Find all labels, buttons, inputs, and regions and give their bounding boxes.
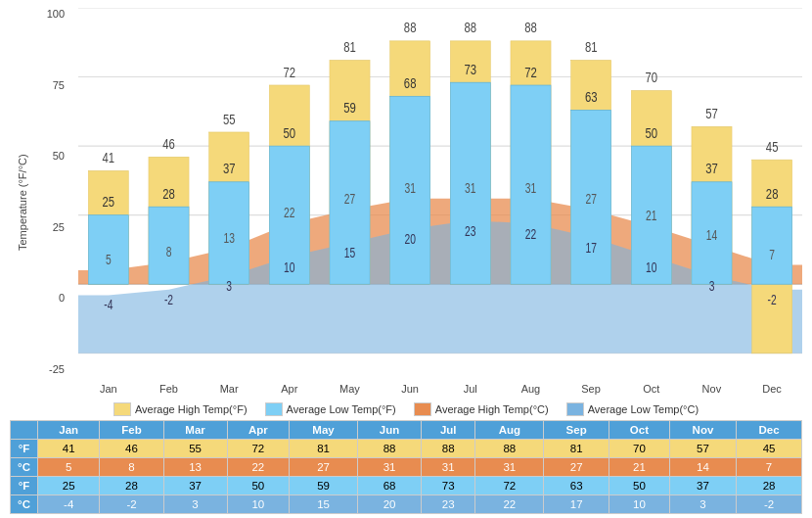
- legend-high-c: Average High Temp(°C): [414, 402, 549, 416]
- legend-box-low-f: [265, 402, 283, 416]
- table-row-high-c: °C 5 8 13 22 27 31 31 31 27 21 14 7: [11, 458, 802, 477]
- legend-box-high-f: [113, 402, 131, 416]
- y-label-25: 25: [53, 221, 65, 233]
- x-label-sep: Sep: [562, 383, 620, 395]
- table-cell-high-f-aug: 88: [475, 440, 544, 458]
- table-header-oct: Oct: [609, 421, 670, 440]
- svg-text:68: 68: [404, 74, 417, 91]
- svg-text:81: 81: [585, 38, 598, 55]
- table-cell-high-c-dec: 7: [737, 458, 802, 477]
- table-cell-low-c-aug: 22: [475, 495, 544, 514]
- table-cell-high-c-sep: 27: [544, 458, 609, 477]
- svg-text:88: 88: [524, 20, 537, 36]
- svg-text:3: 3: [709, 279, 715, 295]
- table-cell-low-c-oct: 10: [609, 495, 670, 514]
- table-cell-low-c-apr: 10: [227, 495, 289, 514]
- table-cell-high-c-feb: 8: [100, 458, 163, 477]
- chart-svg: 41 46 55 72 81 88 88 88 81 70 57 45 25 2…: [78, 8, 802, 381]
- svg-text:72: 72: [524, 64, 537, 80]
- table-header-jun: Jun: [358, 421, 422, 440]
- x-label-feb: Feb: [139, 383, 198, 395]
- table-cell-low-c-jan: -4: [38, 495, 100, 514]
- table-cell-low-f-jun: 68: [358, 477, 422, 495]
- y-label-neg25: -25: [49, 363, 65, 375]
- table-cell-low-f-mar: 37: [163, 477, 227, 495]
- table-header-jul: Jul: [422, 421, 475, 440]
- table-cell-low-f-apr: 50: [227, 477, 289, 495]
- svg-text:70: 70: [646, 69, 658, 85]
- svg-text:81: 81: [343, 38, 356, 55]
- table-cell-high-c-jan: 5: [38, 458, 100, 477]
- x-label-nov: Nov: [682, 383, 741, 395]
- svg-text:3: 3: [226, 279, 232, 295]
- x-axis-labels: Jan Feb Mar Apr May Jun Jul Aug Sep Oct …: [78, 381, 802, 397]
- x-label-jan: Jan: [79, 383, 138, 395]
- table-cell-high-f-jan: 41: [38, 440, 100, 458]
- legend-low-c: Average Low Temp(°C): [566, 402, 699, 416]
- svg-text:55: 55: [223, 111, 236, 127]
- svg-text:31: 31: [465, 181, 476, 197]
- svg-text:15: 15: [344, 246, 356, 261]
- svg-text:57: 57: [705, 105, 718, 121]
- table-row-label-high-f: °F: [11, 440, 38, 458]
- table-row-label-low-c: °C: [11, 495, 38, 514]
- table-cell-high-f-sep: 81: [544, 440, 609, 458]
- table-cell-low-c-jun: 20: [358, 495, 422, 514]
- svg-text:28: 28: [766, 185, 779, 202]
- table-cell-high-f-nov: 57: [669, 440, 736, 458]
- table-cell-low-f-jan: 25: [38, 477, 100, 495]
- y-label-0: 0: [59, 292, 65, 304]
- table-cell-high-c-may: 27: [290, 458, 358, 477]
- svg-text:8: 8: [166, 244, 172, 259]
- svg-text:20: 20: [404, 232, 416, 248]
- svg-text:50: 50: [284, 124, 296, 141]
- table-header-dec: Dec: [737, 421, 802, 440]
- table-cell-low-c-sep: 17: [544, 495, 609, 514]
- table-cell-high-c-mar: 13: [163, 458, 227, 477]
- table-cell-low-c-mar: 3: [163, 495, 227, 514]
- table-row-label-low-f: °F: [11, 477, 38, 495]
- legend-box-high-c: [414, 402, 431, 416]
- table-cell-low-f-may: 59: [290, 477, 358, 495]
- svg-text:27: 27: [344, 192, 356, 208]
- data-table: Jan Feb Mar Apr May Jun Jul Aug Sep Oct …: [10, 420, 802, 514]
- table-cell-high-c-apr: 22: [227, 458, 289, 477]
- legend-label-high-c: Average High Temp(°C): [435, 403, 549, 415]
- table-cell-high-f-oct: 70: [609, 440, 670, 458]
- table-cell-high-c-jun: 31: [358, 458, 422, 477]
- y-axis: 100 75 50 25 0 -25: [33, 8, 70, 397]
- table-header-apr: Apr: [227, 421, 289, 440]
- chart-area: Temperature (°F/°C) 100 75 50 25 0 -25: [10, 8, 802, 397]
- table-cell-high-f-feb: 46: [100, 440, 163, 458]
- table-row-label-high-c: °C: [11, 458, 38, 477]
- legend-label-high-f: Average High Temp(°F): [135, 403, 248, 415]
- legend: Average High Temp(°F) Average Low Temp(°…: [10, 397, 802, 420]
- svg-text:73: 73: [465, 61, 477, 77]
- x-label-dec: Dec: [743, 383, 801, 395]
- svg-text:37: 37: [705, 161, 718, 177]
- table-cell-low-c-feb: -2: [100, 495, 163, 514]
- legend-label-low-f: Average Low Temp(°F): [287, 403, 396, 415]
- table-header-jan: Jan: [38, 421, 100, 440]
- table-cell-low-f-jul: 73: [422, 477, 475, 495]
- y-label-75: 75: [53, 79, 65, 91]
- svg-text:-2: -2: [768, 293, 777, 308]
- x-label-apr: Apr: [260, 383, 319, 395]
- table-cell-low-f-oct: 50: [609, 477, 670, 495]
- svg-text:5: 5: [106, 253, 112, 268]
- table-cell-low-f-sep: 63: [544, 477, 609, 495]
- chart-container: Temperature (°F/°C) 100 75 50 25 0 -25: [0, 0, 812, 518]
- table-header-mar: Mar: [163, 421, 227, 440]
- table-header-sep: Sep: [544, 421, 609, 440]
- svg-rect-31: [752, 207, 792, 284]
- svg-text:41: 41: [103, 149, 115, 165]
- svg-text:10: 10: [646, 259, 657, 275]
- x-label-oct: Oct: [622, 383, 681, 395]
- svg-text:28: 28: [162, 185, 175, 202]
- table-header-may: May: [290, 421, 358, 440]
- table-cell-low-c-nov: 3: [669, 495, 736, 514]
- svg-text:59: 59: [343, 100, 356, 117]
- svg-text:22: 22: [284, 206, 295, 221]
- table-cell-high-c-jul: 31: [422, 458, 475, 477]
- svg-text:14: 14: [706, 227, 718, 243]
